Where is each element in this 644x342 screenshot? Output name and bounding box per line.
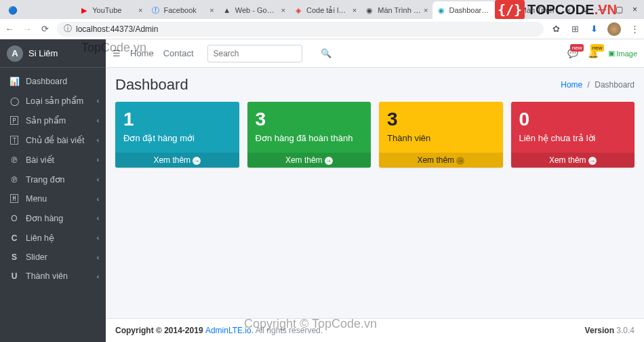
image-broken-icon: ▣	[608, 49, 615, 58]
browser-tab-active[interactable]: ◉Dashboard - Quản lý×	[432, 1, 504, 19]
sidebar-item-slider[interactable]: SSlider‹	[0, 248, 106, 267]
sidebar-item-label: Bài viết	[26, 155, 54, 165]
close-icon[interactable]: ×	[281, 6, 285, 14]
browser-tab[interactable]: ▶YouTube×	[75, 1, 146, 19]
chevron-left-icon: ‹	[97, 136, 99, 144]
gdrive-icon: ▲	[222, 5, 232, 15]
stat-more-link[interactable]: Xem thêm→	[115, 153, 239, 168]
stat-label: Đơn đặt hàng mới	[123, 133, 231, 143]
tab-title: Facebook	[164, 6, 207, 14]
notifications-button[interactable]: 💬 new	[567, 48, 578, 58]
breadcrumb-home-link[interactable]: Home	[561, 80, 582, 90]
close-icon[interactable]: ×	[138, 6, 142, 14]
sidebar-nav: 📊Dashboard ◯Loại sản phẩm‹ 🄿Sản phẩm‹ 🅃C…	[0, 68, 106, 290]
back-icon[interactable]: ←	[4, 24, 15, 34]
search-box[interactable]: 🔍	[207, 45, 302, 62]
sidebar-item-trang-don[interactable]: ℗Trang đơn‹	[0, 170, 106, 189]
tachometer-icon: 📊	[8, 77, 20, 86]
sidebar-item-dashboard[interactable]: 📊Dashboard	[0, 72, 106, 91]
close-icon[interactable]: ×	[424, 6, 428, 14]
chevron-left-icon: ‹	[97, 195, 99, 203]
user-image-placeholder[interactable]: ▣Image	[608, 49, 637, 58]
menu-toggle-icon[interactable]: ☰	[113, 48, 121, 58]
tab-title: Màn Trình Diễn Đầy	[378, 6, 421, 15]
tab-title: YouTube	[92, 6, 136, 14]
alerts-button[interactable]: 🔔 new	[588, 48, 599, 58]
tab-title: Code tải lên của tôi	[306, 6, 350, 15]
nav-home-link[interactable]: Home	[130, 48, 154, 58]
chevron-left-icon: ‹	[97, 234, 99, 242]
footer-version-label: Version	[585, 326, 614, 335]
arrow-right-icon: →	[325, 157, 333, 165]
close-icon[interactable]: ×	[353, 6, 357, 14]
sidebar-brand[interactable]: A Si Liêm	[0, 39, 106, 68]
sidebar-item-lien-he[interactable]: CLiên hệ‹	[0, 228, 106, 248]
chevron-left-icon: ‹	[97, 254, 99, 261]
top-navbar: ☰ Home Contact 🔍 💬 new 🔔 new ▣Image	[106, 39, 644, 68]
chevron-left-icon: ‹	[97, 214, 99, 222]
t-square-icon: 🅃	[8, 136, 20, 145]
sidebar-item-chu-de-bai-viet[interactable]: 🅃Chủ đề bài viết‹	[0, 130, 106, 150]
browser-tab[interactable]: ▲Web - Google Drive×	[218, 1, 289, 19]
tab-title: Dashboard - Quản lý	[449, 6, 493, 15]
extension-icon[interactable]: ✿	[550, 24, 561, 34]
u-bold-icon: U	[8, 271, 20, 281]
app-footer: Copyright © 2014-2019 AdminLTE.io. All r…	[106, 318, 644, 342]
footer-version: 3.0.4	[614, 326, 635, 335]
main-content: ☰ Home Contact 🔍 💬 new 🔔 new ▣Image Das	[106, 39, 644, 342]
sidebar-item-label: Trang đơn	[26, 174, 65, 185]
chevron-left-icon: ‹	[97, 156, 99, 164]
avatar[interactable]	[607, 22, 621, 36]
chrome-dot-icon: 🔵	[8, 5, 18, 15]
s-bold-icon: S	[8, 252, 20, 262]
stat-more-link[interactable]: Xem thêm→	[511, 153, 635, 168]
search-icon[interactable]: 🔍	[321, 48, 331, 58]
browser-tab[interactable]: ◉Màn Trình Diễn Đầy×	[361, 1, 432, 19]
window-close-icon[interactable]: ×	[632, 5, 637, 14]
nav-contact-link[interactable]: Contact	[163, 48, 194, 58]
chevron-left-icon: ‹	[97, 117, 99, 124]
sidebar-item-label: Liên hệ	[26, 233, 54, 243]
sidebar-item-loai-san-pham[interactable]: ◯Loại sản phẩm‹	[0, 91, 106, 111]
sidebar-item-san-pham[interactable]: 🄿Sản phẩm‹	[0, 111, 106, 130]
download-icon[interactable]: ⬇	[588, 24, 599, 34]
search-input[interactable]	[208, 49, 321, 58]
brand-logo-icon: {/}	[495, 0, 525, 19]
stat-cards-row: 1Đơn đặt hàng mới Xem thêm→ 3Đơn hàng đã…	[106, 102, 644, 168]
arrow-right-icon: →	[193, 157, 201, 165]
generic-icon: ◉	[365, 5, 374, 15]
site-info-icon[interactable]: ⓘ	[64, 23, 72, 35]
p-square-icon: 🄿	[8, 116, 20, 126]
stat-card-members: 3Thành viên Xem thêm→	[379, 102, 503, 168]
sidebar-item-bai-viet[interactable]: ℗Bài viết‹	[0, 150, 106, 170]
sidebar-item-menu[interactable]: 🄼Menu‹	[0, 189, 106, 208]
kebab-menu-icon[interactable]: ⋮	[629, 24, 640, 34]
reload-icon[interactable]: ⟳	[39, 24, 50, 34]
topcode-icon: ◈	[294, 5, 303, 15]
breadcrumb: Home / Dashboard	[561, 80, 635, 90]
pinterest-icon: ℗	[8, 175, 20, 185]
forward-icon[interactable]: →	[22, 24, 33, 34]
sidebar-item-don-hang[interactable]: OĐơn hàng‹	[0, 208, 106, 228]
browser-tab[interactable]: 🔵	[4, 1, 75, 19]
close-icon[interactable]: ×	[209, 6, 214, 14]
url-field[interactable]: ⓘ localhost:44373/Admin	[57, 22, 544, 37]
youtube-icon: ▶	[79, 5, 89, 15]
browser-tab[interactable]: ◈Code tải lên của tôi×	[289, 1, 361, 19]
sidebar-item-label: Loại sản phẩm	[26, 96, 83, 106]
sidebar: A Si Liêm 📊Dashboard ◯Loại sản phẩm‹ 🄿Sả…	[0, 39, 106, 342]
sidebar-item-thanh-vien[interactable]: UThành viên‹	[0, 267, 106, 286]
facebook-icon: ⓕ	[151, 5, 161, 15]
stat-card-orders-done: 3Đơn hàng đã hoàn thành Xem thêm→	[247, 102, 371, 168]
extensions-puzzle-icon[interactable]: ⊞	[569, 24, 580, 34]
stat-value: 3	[256, 109, 363, 130]
topcode-brand-overlay: {/} TOPCODE.VN	[495, 0, 617, 19]
stat-card-orders-new: 1Đơn đặt hàng mới Xem thêm→	[115, 102, 239, 168]
stat-label: Đơn hàng đã hoàn thành	[256, 133, 363, 143]
sidebar-item-label: Dashboard	[26, 77, 67, 86]
browser-address-bar: ← → ⟳ ⓘ localhost:44373/Admin ✿ ⊞ ⬇ ⋮	[0, 19, 644, 39]
browser-tab[interactable]: ⓕFacebook×	[147, 1, 218, 19]
footer-brand-link[interactable]: AdminLTE.io.	[205, 326, 254, 335]
stat-more-link[interactable]: Xem thêm→	[247, 153, 371, 168]
stat-more-link[interactable]: Xem thêm→	[379, 153, 503, 168]
